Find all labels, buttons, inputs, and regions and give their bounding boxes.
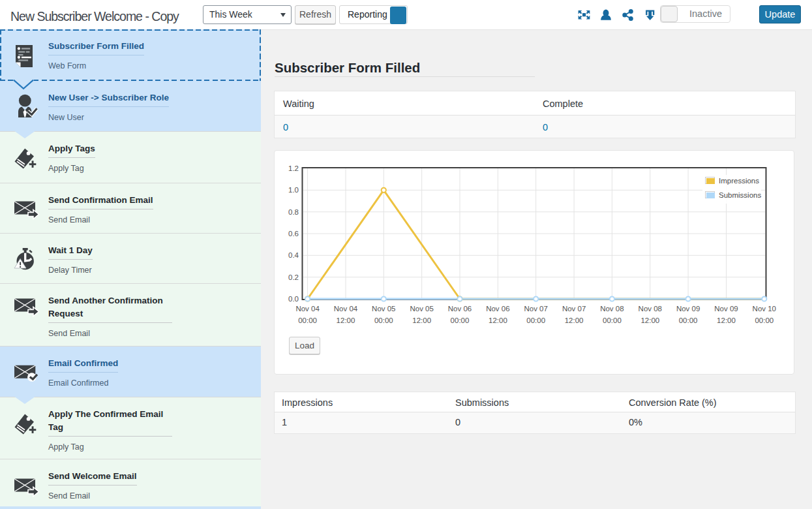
svg-text:00:00: 00:00 (451, 316, 470, 324)
svg-text:Nov 09: Nov 09 (714, 305, 738, 313)
svg-text:12:00: 12:00 (337, 316, 355, 324)
svg-text:12:00: 12:00 (640, 316, 659, 324)
svg-text:0.8: 0.8 (288, 208, 299, 216)
svg-text:12:00: 12:00 (489, 316, 507, 324)
svg-text:Nov 06: Nov 06 (448, 305, 472, 313)
svg-text:0.4: 0.4 (288, 251, 299, 259)
svg-text:1.2: 1.2 (288, 164, 299, 172)
svg-text:Nov 10: Nov 10 (753, 305, 776, 313)
svg-text:00:00: 00:00 (755, 316, 774, 324)
svg-text:1.0: 1.0 (288, 186, 299, 194)
svg-text:00:00: 00:00 (374, 316, 393, 324)
svg-text:Nov 05: Nov 05 (372, 305, 395, 313)
svg-text:Nov 07: Nov 07 (524, 305, 547, 313)
svg-text:Nov 05: Nov 05 (410, 305, 433, 313)
svg-text:Nov 04: Nov 04 (334, 305, 358, 313)
svg-text:12:00: 12:00 (717, 316, 736, 324)
svg-text:12:00: 12:00 (565, 316, 584, 324)
svg-text:00:00: 00:00 (679, 316, 698, 324)
svg-text:Nov 08: Nov 08 (600, 305, 624, 313)
svg-text:Nov 07: Nov 07 (562, 305, 586, 313)
svg-text:0.2: 0.2 (288, 273, 299, 281)
svg-text:Nov 04: Nov 04 (295, 305, 320, 313)
svg-text:Nov 06: Nov 06 (486, 305, 509, 313)
svg-text:0.0: 0.0 (288, 295, 299, 303)
svg-text:Nov 09: Nov 09 (676, 305, 700, 313)
svg-text:00:00: 00:00 (298, 316, 317, 324)
svg-text:00:00: 00:00 (603, 316, 622, 324)
svg-text:0.6: 0.6 (288, 230, 299, 238)
svg-text:12:00: 12:00 (412, 316, 431, 324)
svg-text:Nov 08: Nov 08 (639, 305, 662, 313)
svg-text:00:00: 00:00 (526, 316, 545, 324)
